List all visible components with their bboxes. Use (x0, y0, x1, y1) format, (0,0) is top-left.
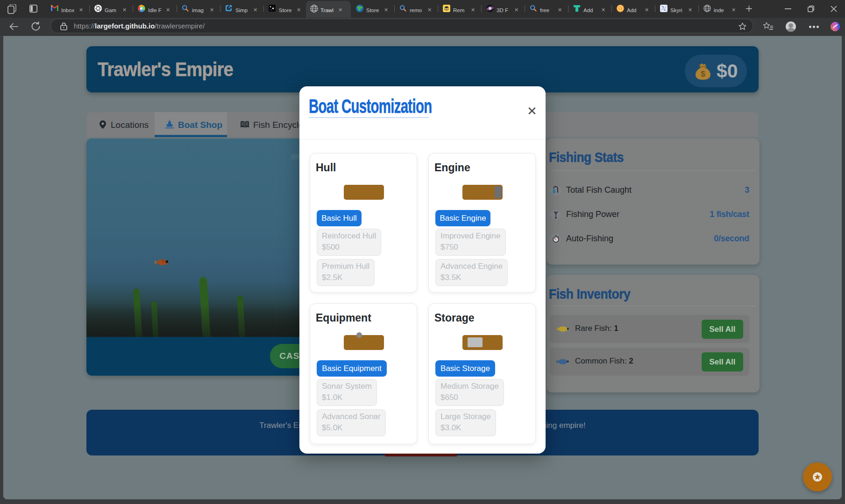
svg-text:$: $ (701, 70, 705, 78)
svg-text:T: T (619, 7, 621, 10)
